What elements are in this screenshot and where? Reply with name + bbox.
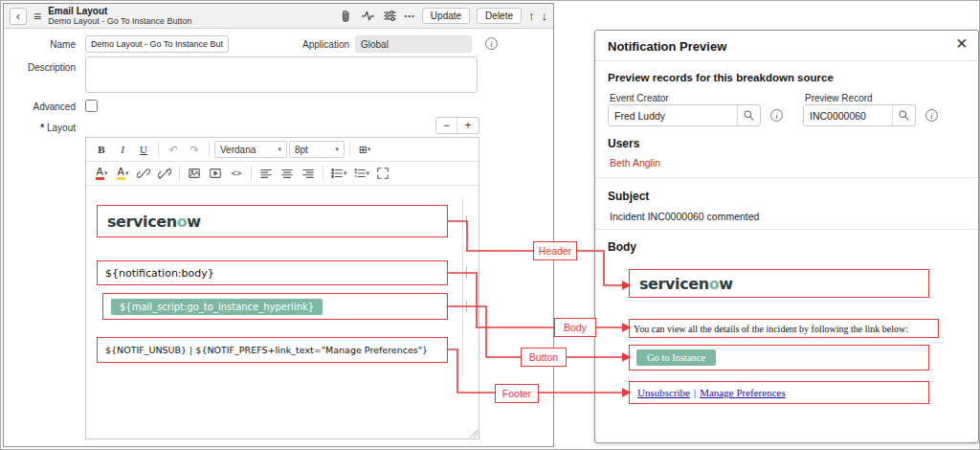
underline-button[interactable]: U xyxy=(134,140,153,159)
delete-button[interactable]: Delete xyxy=(477,8,522,24)
preview-body-box: You can view all the details of the inci… xyxy=(629,319,939,338)
align-center-button[interactable] xyxy=(278,164,297,183)
body-annotation-label: Body xyxy=(554,318,596,337)
event-creator-lookup-button[interactable] xyxy=(737,105,760,125)
numbered-list-button[interactable]: ▾ xyxy=(351,164,372,183)
editor-body-block[interactable]: ${notification:body} xyxy=(97,260,448,285)
align-left-button[interactable] xyxy=(256,164,276,183)
align-right-button[interactable] xyxy=(299,164,318,183)
servicenow-logo: servicenow xyxy=(107,213,201,231)
more-options-icon[interactable]: ••• xyxy=(404,11,414,20)
close-icon[interactable]: × xyxy=(956,34,968,52)
unlink-icon xyxy=(158,167,171,180)
back-button[interactable]: ‹ xyxy=(10,8,27,25)
preview-record-info-icon[interactable]: i xyxy=(925,109,938,122)
next-record-icon[interactable]: ↓ xyxy=(542,9,548,23)
background-color-button[interactable]: A▾ xyxy=(113,164,132,183)
chevron-down-icon: ▾ xyxy=(344,169,347,177)
unsubscribe-link[interactable]: Unsubscribe xyxy=(637,387,690,398)
table-button[interactable]: ⊞▾ xyxy=(355,140,374,159)
editor-toolbar-row2: A▾ A▾ <> ▾ ▾ xyxy=(86,162,479,186)
preview-record-group xyxy=(803,104,916,126)
previous-record-icon[interactable]: ↑ xyxy=(528,9,535,23)
event-creator-label: Event Creator xyxy=(610,93,669,103)
application-field xyxy=(355,35,472,53)
subject-value: Incident INC0000060 commented xyxy=(610,211,759,222)
preview-footer-box: Unsubscribe | Manage Preferences xyxy=(629,381,929,404)
text-color-button[interactable]: A▾ xyxy=(92,164,111,183)
notification-body-token[interactable]: ${notification:body} xyxy=(105,267,214,280)
description-input[interactable] xyxy=(85,56,478,93)
preview-body-text: You can view all the details of the inci… xyxy=(634,324,908,334)
preview-header-box: servicenow xyxy=(629,269,929,298)
editor-footer-block[interactable]: ${NOTIF_UNSUB} | ${NOTIF_PREFS+link_text… xyxy=(97,337,448,363)
resize-grip-icon[interactable] xyxy=(468,428,479,439)
unsubscribe-token[interactable]: ${NOTIF_UNSUB} | ${NOTIF_PREFS+link_text… xyxy=(105,345,428,355)
application-label: Application xyxy=(284,39,349,50)
insert-link-button[interactable] xyxy=(134,164,153,183)
name-input[interactable] xyxy=(85,35,229,53)
context-menu-icon[interactable]: ≡ xyxy=(33,9,41,24)
record-type-label: Email Layout xyxy=(48,6,191,17)
preview-button-box: Go to Instance xyxy=(629,345,929,371)
advanced-checkbox[interactable] xyxy=(85,100,98,112)
font-family-select[interactable]: Verdana ▾ xyxy=(214,141,287,158)
divider xyxy=(595,177,978,178)
personalize-form-icon[interactable] xyxy=(382,9,397,24)
manage-preferences-link[interactable]: Manage Preferences xyxy=(700,387,785,398)
record-title: Email Layout Demo Layout - Go To Instanc… xyxy=(48,6,191,27)
go-to-instance-button[interactable]: Go to Instance xyxy=(636,349,716,366)
attachment-icon[interactable] xyxy=(338,9,353,24)
font-family-value: Verdana xyxy=(220,145,272,155)
divider xyxy=(595,229,978,230)
table-grid-tick xyxy=(466,267,467,279)
header-annotation-label: Header xyxy=(533,241,577,260)
users-value[interactable]: Beth Anglin xyxy=(610,157,660,169)
fullscreen-button[interactable] xyxy=(373,164,392,183)
editor-toolbar-row1: B I U ↶ ↷ Verdana ▾ 8pt ▾ ⊞▾ xyxy=(86,138,479,162)
users-heading: Users xyxy=(608,137,639,150)
bold-button[interactable]: B xyxy=(92,140,111,159)
align-center-icon xyxy=(280,167,294,180)
activity-icon[interactable] xyxy=(360,9,375,24)
font-size-select[interactable]: 8pt ▾ xyxy=(289,141,345,158)
editor-header-block[interactable]: servicenow xyxy=(97,205,448,237)
table-grid-line xyxy=(462,197,463,377)
editor-button-block[interactable]: ${mail_script:go_to_instance_hyperlink} xyxy=(102,293,448,320)
preview-record-label: Preview Record xyxy=(805,93,873,103)
chevron-down-icon: ▾ xyxy=(335,146,339,153)
update-button[interactable]: Update xyxy=(422,8,470,24)
chevron-down-icon: ▾ xyxy=(104,169,108,177)
layout-label: * Layout xyxy=(7,123,76,133)
description-label: Description xyxy=(7,62,76,73)
table-grid-tick xyxy=(466,301,467,312)
event-creator-info-icon[interactable]: i xyxy=(770,109,783,122)
insert-image-button[interactable] xyxy=(185,164,204,183)
bullet-list-button[interactable]: ▾ xyxy=(328,164,349,183)
zoom-out-button[interactable]: − xyxy=(436,118,457,133)
italic-button[interactable]: I xyxy=(113,140,132,159)
preview-record-input[interactable] xyxy=(804,105,892,125)
redo-button[interactable]: ↷ xyxy=(185,140,204,159)
button-annotation-label: Button xyxy=(521,348,567,367)
chevron-down-icon: ▾ xyxy=(367,169,370,177)
required-marker: * xyxy=(40,123,44,133)
remove-link-button[interactable] xyxy=(155,164,174,183)
preview-record-lookup-button[interactable] xyxy=(892,105,915,125)
event-creator-group xyxy=(608,104,761,126)
mail-script-token[interactable]: ${mail_script:go_to_instance_hyperlink} xyxy=(111,299,323,315)
zoom-in-button[interactable]: + xyxy=(457,118,479,133)
insert-media-button[interactable] xyxy=(206,164,225,183)
align-right-icon xyxy=(301,167,315,180)
bullet-list-icon xyxy=(330,167,344,180)
source-code-button[interactable]: <> xyxy=(227,164,246,183)
screenshot-canvas: ‹ ≡ Email Layout Demo Layout - Go To Ins… xyxy=(0,0,980,450)
application-info-icon[interactable]: i xyxy=(485,37,498,50)
background-color-icon: A xyxy=(117,167,125,180)
preview-section-title: Preview records for this breakdown sourc… xyxy=(608,72,834,83)
form-header: ‹ ≡ Email Layout Demo Layout - Go To Ins… xyxy=(4,4,553,29)
event-creator-input[interactable] xyxy=(609,105,737,125)
image-icon xyxy=(188,167,201,180)
zoom-control: − + xyxy=(435,117,479,134)
undo-button[interactable]: ↶ xyxy=(164,140,183,159)
